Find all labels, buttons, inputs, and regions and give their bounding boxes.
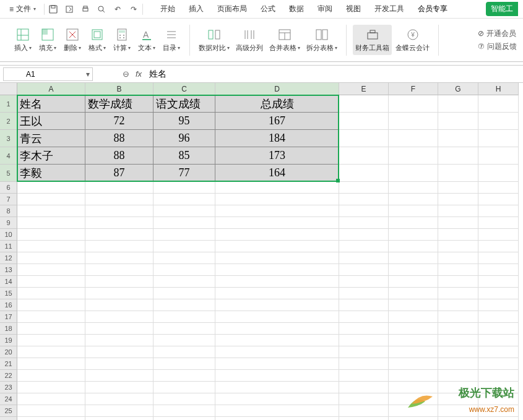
cell[interactable]	[17, 264, 85, 276]
cell[interactable]: 数学成绩	[85, 95, 153, 113]
preview-icon[interactable]	[97, 4, 106, 14]
cell[interactable]: 总成绩	[215, 95, 339, 113]
cell[interactable]	[339, 370, 389, 382]
cell[interactable]	[389, 217, 438, 229]
cell[interactable]	[438, 113, 478, 130]
cell[interactable]	[389, 130, 438, 147]
cell[interactable]	[478, 323, 519, 335]
cell[interactable]	[153, 370, 215, 382]
cell[interactable]	[438, 194, 478, 205]
cell[interactable]	[339, 147, 389, 165]
cell[interactable]	[478, 241, 519, 252]
cell[interactable]	[339, 393, 389, 405]
print-icon[interactable]	[80, 4, 90, 14]
cell[interactable]	[17, 217, 85, 229]
cell[interactable]	[339, 346, 389, 358]
kingdee-button[interactable]: ¥ 金蝶云会计	[393, 25, 432, 55]
cell[interactable]	[389, 382, 438, 393]
cell[interactable]	[339, 205, 389, 217]
cell[interactable]: 王以	[17, 113, 85, 130]
cell[interactable]	[438, 95, 478, 113]
cell[interactable]	[478, 382, 519, 393]
cell[interactable]	[478, 276, 519, 288]
chevron-down-icon[interactable]: ▾	[86, 70, 90, 79]
cell[interactable]	[153, 323, 215, 335]
cell[interactable]	[17, 288, 85, 299]
row-header[interactable]: 13	[0, 264, 17, 276]
cell[interactable]	[478, 252, 519, 264]
cell[interactable]: 青云	[17, 130, 85, 147]
cell[interactable]	[389, 370, 438, 382]
tab-formula[interactable]: 公式	[259, 2, 277, 15]
row-header[interactable]: 8	[0, 205, 17, 217]
formula-input[interactable]	[144, 68, 523, 80]
cell[interactable]	[215, 299, 339, 311]
cell[interactable]	[17, 182, 85, 194]
cell[interactable]	[478, 194, 519, 205]
cell[interactable]	[389, 358, 438, 370]
cell[interactable]	[215, 405, 339, 417]
redo-icon[interactable]: ↷	[129, 4, 139, 14]
cell[interactable]	[478, 358, 519, 370]
cell[interactable]	[389, 264, 438, 276]
cell[interactable]	[215, 370, 339, 382]
cell[interactable]: 164	[215, 165, 339, 182]
grid-body[interactable]: 姓名数学成绩语文成绩总成绩王以7295167青云8896184李木子888517…	[17, 95, 519, 420]
cell[interactable]	[153, 264, 215, 276]
column-header[interactable]: F	[389, 83, 438, 95]
cell[interactable]	[438, 335, 478, 346]
column-header[interactable]: A	[17, 83, 85, 95]
cell[interactable]	[85, 323, 153, 335]
cell[interactable]	[478, 113, 519, 130]
cell[interactable]	[85, 417, 153, 420]
cell[interactable]	[438, 182, 478, 194]
cell[interactable]	[438, 264, 478, 276]
cell[interactable]	[389, 299, 438, 311]
cell[interactable]	[438, 323, 478, 335]
cell[interactable]	[339, 229, 389, 241]
cell[interactable]	[478, 264, 519, 276]
cell[interactable]	[438, 382, 478, 393]
column-header[interactable]: E	[339, 83, 389, 95]
row-header[interactable]: 2	[0, 113, 17, 130]
cell[interactable]	[389, 276, 438, 288]
cell[interactable]	[389, 95, 438, 113]
row-header[interactable]: 12	[0, 252, 17, 264]
row-header[interactable]: 21	[0, 358, 17, 370]
fill-button[interactable]: 填充▾	[36, 25, 59, 55]
cell[interactable]	[478, 299, 519, 311]
cell[interactable]	[438, 130, 478, 147]
cell[interactable]	[153, 405, 215, 417]
cell[interactable]	[153, 335, 215, 346]
cell[interactable]	[85, 382, 153, 393]
cell[interactable]	[215, 205, 339, 217]
cell[interactable]: 87	[85, 165, 153, 182]
cell[interactable]	[85, 217, 153, 229]
cell[interactable]	[215, 217, 339, 229]
cell[interactable]	[17, 382, 85, 393]
column-header[interactable]: C	[153, 83, 215, 95]
cell[interactable]	[389, 113, 438, 130]
cell[interactable]	[215, 311, 339, 323]
cell[interactable]	[478, 182, 519, 194]
cell[interactable]	[389, 252, 438, 264]
cell[interactable]	[438, 288, 478, 299]
cell[interactable]	[339, 358, 389, 370]
cell[interactable]	[339, 405, 389, 417]
insert-button[interactable]: 插入▾	[11, 25, 35, 55]
cell[interactable]	[85, 393, 153, 405]
cell[interactable]	[153, 311, 215, 323]
cell[interactable]	[17, 229, 85, 241]
text-button[interactable]: A 文本▾	[135, 25, 158, 55]
fx-icon[interactable]: fx	[136, 69, 142, 79]
data-compare-button[interactable]: 数据对比▾	[196, 25, 232, 55]
cell[interactable]	[17, 346, 85, 358]
cell[interactable]	[85, 335, 153, 346]
finance-tools-button[interactable]: 财务工具箱	[353, 25, 392, 55]
cell[interactable]	[389, 241, 438, 252]
cell[interactable]: 李毅	[17, 165, 85, 182]
cell[interactable]	[215, 358, 339, 370]
split-table-button[interactable]: 拆分表格▾	[304, 25, 340, 55]
name-box[interactable]: A1 ▾	[3, 67, 93, 81]
cell[interactable]: 李木子	[17, 147, 85, 165]
